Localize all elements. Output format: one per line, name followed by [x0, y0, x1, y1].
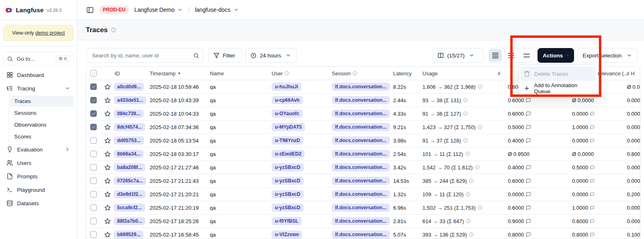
sidebar-item-users[interactable]: Users	[3, 157, 74, 169]
header-latency[interactable]: Latency	[390, 70, 419, 77]
sidebar-item-evaluation[interactable]: Evaluation	[3, 143, 74, 156]
sidebar-item-scores[interactable]: Scores	[10, 131, 74, 142]
trace-table-row[interactable]: 8dcf4574...2025-02-18 07:34:36qau-MYpDAT…	[86, 121, 640, 134]
trace-id-badge[interactable]: 084c739...	[114, 110, 144, 118]
trace-table-row[interactable]: b669529...2025-02-17 16:58:45qau-VIZzvwo…	[86, 228, 640, 239]
row-checkbox[interactable]	[90, 178, 97, 184]
user-badge[interactable]: u-MYpDAT5	[272, 123, 305, 131]
sidebar-item-playground[interactable]: Playground	[3, 184, 74, 196]
trace-id-badge[interactable]: a433de51...	[114, 96, 146, 104]
trace-table-row[interactable]: 084c739...2025-02-18 10:04:33qau-OYauofc…	[86, 107, 640, 121]
header-session[interactable]: Session	[329, 70, 390, 77]
trace-table-row[interactable]: d3e9d1f2...2025-02-17 21:20:21qau-yzSBxc…	[86, 188, 640, 201]
trace-table-row[interactable]: dd05753...2025-02-18 05:13:54qau-T98YnzD…	[86, 134, 640, 147]
org-breadcrumb[interactable]: Langfuse Demo	[134, 7, 183, 13]
trace-id-badge[interactable]: b669529...	[114, 230, 144, 239]
user-badge[interactable]: u-yzSBxcD	[272, 204, 304, 212]
row-checkbox[interactable]	[90, 204, 97, 211]
star-bookmark-icon[interactable]	[104, 218, 111, 225]
user-badge[interactable]: u-huJhuJi	[272, 83, 301, 91]
star-bookmark-icon[interactable]	[104, 97, 111, 104]
star-bookmark-icon[interactable]	[104, 83, 111, 90]
sidebar-item-sessions[interactable]: Sessions	[10, 107, 74, 118]
trace-id-badge[interactable]: 8dcf4574...	[114, 123, 145, 131]
trace-id-badge[interactable]: d3e9d1f2...	[114, 190, 146, 198]
session-badge[interactable]: lf.docs.conversation...	[332, 230, 390, 239]
user-badge[interactable]: u-T98YnzD	[272, 136, 303, 145]
sidebar-item-observations[interactable]: Observations	[10, 119, 74, 130]
goto-search[interactable]: Go to... ⌘ K	[3, 52, 74, 66]
sidebar-item-dashboard[interactable]: Dashboard	[3, 69, 74, 81]
row-checkbox[interactable]	[90, 110, 97, 117]
star-bookmark-icon[interactable]	[104, 137, 111, 144]
sidebar-item-prompts[interactable]: Prompts	[3, 170, 74, 182]
session-badge[interactable]: lf.docs.conversation...	[332, 190, 390, 198]
project-breadcrumb[interactable]: langfuse-docs	[195, 7, 239, 13]
sidebar-toggle-icon[interactable]	[86, 6, 94, 14]
session-badge[interactable]: lf.docs.conversation...	[332, 123, 390, 131]
star-bookmark-icon[interactable]	[104, 191, 111, 198]
trace-table-row[interactable]: ba8a208f...2025-02-17 21:27:46qau-yzSBxc…	[86, 161, 640, 174]
star-bookmark-icon[interactable]	[104, 231, 111, 238]
star-bookmark-icon[interactable]	[104, 178, 111, 184]
star-bookmark-icon[interactable]	[104, 151, 111, 158]
trace-table-row[interactable]: 07265c7a...2025-02-17 21:21:43qau-yzSBxc…	[86, 174, 640, 188]
sidebar-item-tracing[interactable]: Tracing	[3, 82, 74, 94]
trace-table-row[interactable]: 88f2a7b0...2025-02-17 18:25:26qau-f0YfBS…	[86, 215, 640, 228]
star-bookmark-icon[interactable]	[104, 110, 111, 117]
row-checkbox[interactable]	[90, 83, 97, 90]
session-badge[interactable]: lf.docs.conversation...	[332, 83, 390, 91]
header-timestamp[interactable]: Timestamp▼	[146, 70, 207, 77]
trace-id-badge[interactable]: a0cd0d9...	[114, 83, 144, 91]
time-range-button[interactable]: 24 hours	[245, 48, 297, 63]
menu-item-add-to-annotation-queue[interactable]: Add to Annotation Queue	[520, 81, 596, 96]
header-name[interactable]: Name	[207, 70, 268, 77]
trace-id-badge[interactable]: 8b66a34...	[114, 150, 144, 158]
user-badge[interactable]: u-zEwdED2	[272, 150, 305, 158]
search-box[interactable]	[87, 48, 204, 63]
user-badge[interactable]: u-OYauofc	[272, 110, 302, 118]
session-badge[interactable]: lf.docs.conversation...	[332, 150, 390, 158]
user-badge[interactable]: u-yzSBxcD	[272, 163, 304, 171]
session-badge[interactable]: lf.docs.conversation...	[332, 163, 390, 171]
row-height-small-button[interactable]	[489, 48, 502, 62]
session-badge[interactable]: lf.docs.conversation...	[332, 204, 390, 212]
trace-id-badge[interactable]: 88f2a7b0...	[114, 217, 145, 225]
header-user[interactable]: User	[268, 70, 329, 77]
sidebar-item-datasets[interactable]: Datasets	[3, 197, 74, 209]
trace-table-row[interactable]: 5cca9cf2...2025-02-17 21:20:19qau-yzSBxc…	[86, 201, 640, 215]
trace-id-badge[interactable]: ba8a208f...	[114, 163, 145, 171]
row-checkbox[interactable]	[90, 151, 97, 157]
header-relevance[interactable]: relevance (...	[594, 70, 623, 77]
column-visibility-button[interactable]: (15/27)	[432, 48, 484, 63]
menu-item-delete-traces[interactable]: Delete Traces	[520, 66, 596, 81]
row-checkbox[interactable]	[90, 191, 97, 197]
session-badge[interactable]: lf.docs.conversation...	[332, 217, 390, 225]
user-badge[interactable]: u-cp66Avh	[272, 96, 303, 104]
row-checkbox[interactable]	[90, 137, 97, 144]
row-height-large-button[interactable]	[520, 48, 533, 62]
row-checkbox[interactable]	[90, 164, 97, 171]
session-badge[interactable]: lf.docs.conversation...	[332, 177, 390, 185]
row-height-medium-button[interactable]	[505, 48, 518, 62]
user-badge[interactable]: u-yzSBxcD	[272, 177, 304, 185]
trace-id-badge[interactable]: 5cca9cf2...	[114, 204, 145, 212]
trace-table-row[interactable]: 8b66a34...2025-02-18 03:30:17qau-zEwdED2…	[86, 147, 640, 161]
export-selection-button[interactable]: Export selection	[577, 48, 637, 63]
session-badge[interactable]: lf.docs.conversation...	[332, 96, 390, 104]
star-bookmark-icon[interactable]	[104, 124, 111, 131]
user-badge[interactable]: u-VIZzvwo	[272, 230, 302, 239]
header-hash-fragment[interactable]: #	[490, 70, 503, 77]
search-input[interactable]	[91, 52, 190, 59]
session-badge[interactable]: lf.docs.conversation...	[332, 110, 390, 118]
trace-id-badge[interactable]: 07265c7a...	[114, 177, 146, 185]
session-badge[interactable]: lf.docs.conversation...	[332, 136, 390, 145]
trace-id-badge[interactable]: dd05753...	[114, 136, 144, 145]
filter-button[interactable]: Filter	[208, 48, 242, 63]
sidebar-item-traces[interactable]: Traces	[10, 96, 74, 107]
user-badge[interactable]: u-f0YfBSL	[272, 217, 302, 225]
row-checkbox[interactable]	[90, 124, 97, 130]
row-checkbox[interactable]	[90, 218, 97, 224]
select-all-checkbox[interactable]	[90, 70, 97, 77]
user-badge[interactable]: u-yzSBxcD	[272, 190, 304, 198]
